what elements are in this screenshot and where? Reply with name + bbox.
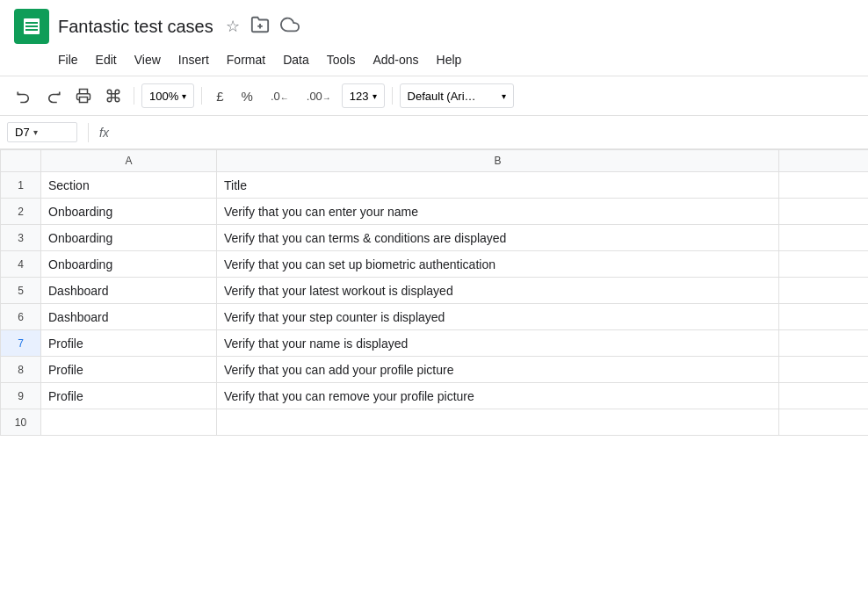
row-number: 3 <box>1 225 41 251</box>
toolbar: 100% ▾ £ % .0 ← .00 → 123 ▾ Default (Ari… <box>0 76 868 116</box>
table-row: 2OnboardingVerify that you can enter you… <box>1 199 869 225</box>
cell-a7[interactable]: Profile <box>41 330 217 357</box>
table-row: 3OnboardingVerify that you can terms & c… <box>1 225 869 251</box>
formula-bar-divider <box>88 123 89 142</box>
font-chevron: ▾ <box>502 91 506 101</box>
decimal-inc-button[interactable]: .00 → <box>300 83 338 108</box>
cell-a3[interactable]: Onboarding <box>41 225 217 251</box>
cell-b2[interactable]: Verify that you can enter your name <box>217 199 779 225</box>
cell-b6[interactable]: Verify that your step counter is display… <box>217 304 779 330</box>
table-row: 8ProfileVerify that you can add your pro… <box>1 357 869 383</box>
row-number: 4 <box>1 251 41 278</box>
currency-button[interactable]: £ <box>209 83 230 108</box>
print-button[interactable] <box>70 83 97 109</box>
folder-icon[interactable] <box>250 15 270 39</box>
cell-reference[interactable]: D7 ▾ <box>7 122 77 142</box>
percent-button[interactable]: % <box>235 83 260 108</box>
cell-c5[interactable] <box>779 278 869 304</box>
table-row: 10 <box>1 409 869 436</box>
cell-c1[interactable] <box>779 172 869 199</box>
fx-label: fx <box>99 126 109 140</box>
table-row: 4OnboardingVerify that you can set up bi… <box>1 251 869 278</box>
cell-c8[interactable] <box>779 357 869 383</box>
cell-b7[interactable]: Verify that your name is displayed <box>217 330 779 357</box>
cell-a10[interactable] <box>41 409 217 436</box>
cell-ref-chevron[interactable]: ▾ <box>33 127 38 137</box>
cell-c10[interactable] <box>779 409 869 436</box>
row-number: 1 <box>1 172 41 199</box>
row-number: 8 <box>1 357 41 383</box>
format-selector[interactable]: 123 ▾ <box>342 83 385 108</box>
document-title: Fantastic test cases <box>58 17 213 37</box>
table-row: 9ProfileVerify that you can remove your … <box>1 383 869 409</box>
spreadsheet: A B 1SectionTitle2OnboardingVerify that … <box>0 149 868 436</box>
corner-cell <box>1 150 41 172</box>
undo-button[interactable] <box>11 83 37 109</box>
column-header-row: A B <box>1 150 869 172</box>
menu-format[interactable]: Format <box>218 49 274 70</box>
menu-view[interactable]: View <box>126 49 170 70</box>
redo-button[interactable] <box>40 83 67 109</box>
font-value: Default (Ari… <box>408 90 476 103</box>
cell-b3[interactable]: Verify that you can terms & conditions a… <box>217 225 779 251</box>
format-chevron: ▾ <box>373 91 377 101</box>
font-selector[interactable]: Default (Ari… ▾ <box>400 83 514 108</box>
cell-a1[interactable]: Section <box>41 172 217 199</box>
toolbar-divider-2 <box>201 87 202 105</box>
svg-rect-3 <box>25 29 38 31</box>
menu-data[interactable]: Data <box>274 49 318 70</box>
sheet-table: A B 1SectionTitle2OnboardingVerify that … <box>0 149 868 436</box>
cell-c2[interactable] <box>779 199 869 225</box>
sheet-body: 1SectionTitle2OnboardingVerify that you … <box>1 172 869 436</box>
cell-c3[interactable] <box>779 225 869 251</box>
menu-help[interactable]: Help <box>428 49 471 70</box>
cell-c7[interactable] <box>779 330 869 357</box>
cell-a9[interactable]: Profile <box>41 383 217 409</box>
cell-a2[interactable]: Onboarding <box>41 199 217 225</box>
svg-rect-1 <box>25 22 38 24</box>
menu-addons[interactable]: Add-ons <box>364 49 427 70</box>
paint-format-button[interactable] <box>100 83 127 109</box>
table-row: 6DashboardVerify that your step counter … <box>1 304 869 330</box>
format-value: 123 <box>350 90 369 103</box>
cell-c6[interactable] <box>779 304 869 330</box>
menu-edit[interactable]: Edit <box>87 49 126 70</box>
menu-file[interactable]: File <box>49 49 87 70</box>
svg-rect-7 <box>80 98 88 103</box>
table-row: 5DashboardVerify that your latest workou… <box>1 278 869 304</box>
cell-b1[interactable]: Title <box>217 172 779 199</box>
row-number: 6 <box>1 304 41 330</box>
zoom-selector[interactable]: 100% ▾ <box>141 83 194 108</box>
menu-bar: File Edit View Insert Format Data Tools … <box>0 47 868 76</box>
svg-rect-2 <box>25 25 38 27</box>
cell-b5[interactable]: Verify that your latest workout is displ… <box>217 278 779 304</box>
cell-a4[interactable]: Onboarding <box>41 251 217 278</box>
col-header-b[interactable]: B <box>217 150 779 172</box>
cell-b10[interactable] <box>217 409 779 436</box>
cell-b9[interactable]: Verify that you can remove your profile … <box>217 383 779 409</box>
cell-c4[interactable] <box>779 251 869 278</box>
star-icon[interactable]: ☆ <box>226 17 240 36</box>
cell-ref-value: D7 <box>15 126 30 139</box>
cell-b4[interactable]: Verify that you can set up biometric aut… <box>217 251 779 278</box>
decimal-dec-button[interactable]: .0 ← <box>264 83 296 108</box>
app-logo <box>14 9 49 44</box>
col-header-a[interactable]: A <box>41 150 217 172</box>
row-number: 2 <box>1 199 41 225</box>
menu-tools[interactable]: Tools <box>318 49 365 70</box>
zoom-value: 100% <box>149 90 178 103</box>
cell-a6[interactable]: Dashboard <box>41 304 217 330</box>
formula-bar: D7 ▾ fx <box>0 116 868 149</box>
col-header-c[interactable] <box>779 150 869 172</box>
menu-insert[interactable]: Insert <box>170 49 218 70</box>
title-bar: Fantastic test cases ☆ <box>0 0 868 47</box>
cell-c9[interactable] <box>779 383 869 409</box>
table-row: 1SectionTitle <box>1 172 869 199</box>
zoom-chevron: ▾ <box>182 91 186 101</box>
cell-a8[interactable]: Profile <box>41 357 217 383</box>
row-number: 5 <box>1 278 41 304</box>
cell-b8[interactable]: Verify that you can add your profile pic… <box>217 357 779 383</box>
toolbar-divider-3 <box>392 87 393 105</box>
title-icons: ☆ <box>226 15 300 39</box>
cell-a5[interactable]: Dashboard <box>41 278 217 304</box>
